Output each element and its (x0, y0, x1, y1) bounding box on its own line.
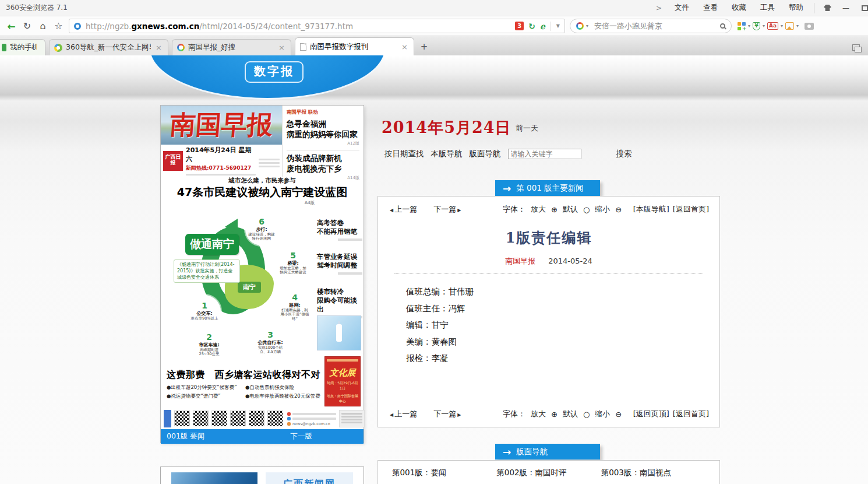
tab-label: 南国早报数字报刊 (310, 42, 397, 52)
tab-digital-paper[interactable]: 南国早报数字报刊 × (295, 37, 414, 55)
url-field[interactable]: http://ngzb.gxnews.com.cn/html/2014-05/2… (69, 19, 565, 33)
zoom-out-icon[interactable]: ⊖ (615, 205, 622, 214)
zoom-in-icon[interactable]: ⊕ (551, 205, 558, 214)
site-name: 广西新闻网 (266, 472, 353, 484)
menu-help[interactable]: 帮助 (782, 3, 810, 13)
culture-expo-advert: 文化展 时间：5月29日-6月1日 地点：南宁国际会展中心 (324, 356, 361, 406)
refresh-mode-icon[interactable]: ↻ (528, 22, 535, 31)
url-dropdown-icon[interactable]: ▼ (554, 23, 562, 29)
find-by-date-link[interactable]: 按日期查找 (384, 149, 424, 159)
item-number: 2 (206, 333, 212, 341)
search-field[interactable]: ▾ (570, 19, 732, 33)
qr-code (211, 411, 227, 426)
back-home-link[interactable]: [返回首页] (673, 409, 709, 419)
zoom-in-icon[interactable]: ⊕ (551, 410, 558, 419)
tab-360-nav[interactable]: 360导航_新一代安全上网导航 × (49, 39, 168, 55)
digital-paper-badge[interactable]: 数字报 (245, 61, 304, 83)
advert-time: 时间：5月29日-6月1日 (327, 381, 358, 391)
section-banner-label: 第 001 版主要新闻 (516, 183, 583, 194)
side-headline-1: 急寻金福洲 病重的妈妈等你回家 (287, 119, 359, 139)
back-home-link[interactable]: [返回首页] (673, 204, 709, 215)
zoom-default-icon[interactable]: ○ (583, 205, 590, 214)
next-article-link[interactable]: 下一篇▶ (433, 204, 462, 215)
engine-dropdown-icon[interactable]: ▾ (584, 23, 591, 29)
dropdown-icon[interactable]: ▾ (794, 23, 801, 29)
headline-text: 车管业务延误 驾考时间调整 (317, 252, 362, 270)
app-market-icon[interactable]: + (738, 22, 746, 30)
item-number: 6 (259, 218, 264, 226)
next-article-link[interactable]: 下一篇▶ (433, 409, 462, 419)
section-nav-bracket-link[interactable]: [本版导航] (633, 204, 669, 215)
article-toolbar-top: ◀上一篇 下一篇▶ 字体： 放大 ⊕ 默认 ○ 缩小 ⊖ [本版导航] [返回首… (378, 197, 719, 215)
dropdown-icon[interactable]: ▾ (746, 23, 753, 29)
paper-date: 2014年5月24日 星期六 (186, 146, 256, 163)
back-button[interactable]: ← (3, 20, 19, 32)
newspaper-front-page[interactable]: 南国早报 广西日报 2014年5月24日 星期六 新闻热线:0771-56901… (160, 105, 364, 443)
tab-my-phone[interactable]: 我的手机 (0, 39, 45, 55)
next-page-link[interactable]: 下一版 (291, 432, 313, 441)
partner-line: 南国早报 联动 (287, 109, 359, 116)
masthead-left: 南国早报 广西日报 2014年5月24日 星期六 新闻热线:0771-56901… (161, 106, 283, 177)
browser-mode-icon[interactable]: e (540, 22, 545, 31)
tab-haosou[interactable]: 南国早报_好搜 × (172, 39, 291, 55)
new-tab-button[interactable]: + (418, 41, 431, 54)
layout-link-002[interactable]: 第002版：南国时评 (496, 468, 601, 478)
dropdown-icon[interactable]: ▾ (778, 23, 785, 29)
zoom-default-icon[interactable]: ○ (583, 410, 590, 419)
bookmark-star-button[interactable]: ☆ (51, 20, 66, 31)
camera-icon[interactable] (805, 23, 814, 30)
back-top-link[interactable]: [返回页顶] (633, 409, 669, 419)
contact-email: news@ngzb.com.cn (292, 422, 330, 426)
tab-close-icon[interactable]: × (277, 43, 286, 52)
zoom-out-icon[interactable]: ⊖ (615, 410, 622, 419)
dropdown-icon[interactable]: ▾ (760, 23, 767, 29)
calendar-badge-icon[interactable]: 3 (515, 22, 524, 30)
ring-arrow-icon (225, 219, 238, 235)
menu-view[interactable]: 查看 (696, 3, 725, 13)
minimize-button[interactable]: — (837, 4, 855, 12)
decorative-bar (341, 419, 362, 420)
search-button[interactable]: 搜索 (616, 149, 632, 159)
url-text[interactable]: http://ngzb.gxnews.com.cn/html/2014-05/2… (86, 22, 513, 31)
money-shield-icon[interactable]: ¥ (753, 22, 760, 30)
menu-file[interactable]: 文件 (668, 3, 696, 13)
section-nav-link[interactable]: 本版导航 (431, 149, 463, 159)
wechat-icon (287, 412, 291, 416)
home-button[interactable]: ⌂ (35, 20, 51, 31)
masthead-side-column: 南国早报 联动 急寻金福洲 病重的妈妈等你回家 A12版 伪装成品牌新机 废电视… (283, 106, 364, 177)
skin-icon[interactable] (824, 5, 831, 11)
zoom-in-link[interactable]: 放大 (531, 409, 546, 419)
layout-link-003[interactable]: 第003版：南国视点 (601, 468, 705, 478)
tile-windows-icon[interactable] (852, 44, 860, 51)
next-page-thumbnail-box[interactable]: 广西新闻网 (160, 467, 364, 484)
page-icon (300, 43, 306, 51)
search-engine-icon[interactable] (576, 22, 584, 30)
prev-article-link[interactable]: ◀上一篇 (389, 204, 417, 215)
search-icon[interactable] (720, 23, 725, 29)
decorative-bar (327, 359, 358, 362)
zoom-default-link[interactable]: 默认 (563, 409, 578, 419)
site-icon (74, 23, 81, 30)
layout-link-001[interactable]: 第001版：要闻 (392, 468, 496, 478)
previous-day-link[interactable]: 前一天 (516, 123, 538, 134)
menu-favorites[interactable]: 收藏 (725, 3, 753, 13)
screenshot-icon[interactable] (785, 22, 794, 30)
advert-title: 文化展 (327, 367, 358, 378)
zoom-default-link[interactable]: 默认 (563, 204, 578, 215)
browser-search-input[interactable] (594, 22, 720, 30)
tab-close-icon[interactable]: × (154, 43, 163, 52)
keyword-input[interactable] (508, 149, 581, 159)
font-size-icon[interactable]: Aa (767, 22, 778, 30)
menu-tools[interactable]: 工具 (753, 3, 782, 13)
refresh-button[interactable]: ↻ (19, 20, 35, 31)
zoom-out-link[interactable]: 缩小 (595, 204, 610, 215)
tab-close-icon[interactable]: × (400, 43, 409, 51)
zoom-out-link[interactable]: 缩小 (595, 409, 610, 419)
staff-box (339, 410, 365, 427)
zoom-in-link[interactable]: 放大 (531, 204, 546, 215)
layout-nav-link[interactable]: 版面导航 (470, 149, 501, 159)
prev-article-link[interactable]: ◀上一篇 (389, 409, 417, 419)
maximize-button[interactable] (862, 5, 868, 11)
menu-collapse-icon[interactable]: > (650, 4, 668, 12)
phone-icon (2, 44, 6, 51)
